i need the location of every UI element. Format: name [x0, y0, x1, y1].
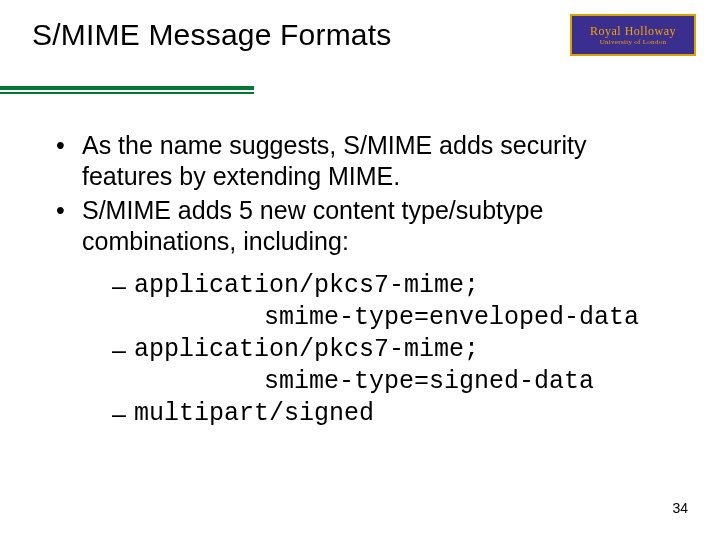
- sub-list: application/pkcs7-mime; smime-type=envel…: [82, 270, 670, 430]
- bullet-list: As the name suggests, S/MIME adds securi…: [54, 130, 670, 430]
- university-logo: Royal Holloway University of London: [570, 14, 696, 56]
- title-underline: [0, 86, 254, 94]
- slide-title: S/MIME Message Formats: [32, 18, 391, 52]
- bullet-item: S/MIME adds 5 new content type/subtype c…: [54, 195, 670, 430]
- code-line: application/pkcs7-mime;: [134, 335, 479, 364]
- code-line: application/pkcs7-mime;: [134, 271, 479, 300]
- code-line-cont: smime-type=signed-data: [134, 366, 670, 398]
- code-line-cont: smime-type=enveloped-data: [134, 302, 670, 334]
- logo-line-1: Royal Holloway: [590, 25, 676, 37]
- bullet-item: As the name suggests, S/MIME adds securi…: [54, 130, 670, 191]
- logo-line-2: University of London: [600, 39, 667, 46]
- sub-item: application/pkcs7-mime; smime-type=envel…: [112, 270, 670, 334]
- bullet-text: S/MIME adds 5 new content type/subtype c…: [82, 196, 543, 255]
- slide-body: As the name suggests, S/MIME adds securi…: [54, 130, 670, 434]
- code-line: multipart/signed: [134, 399, 374, 428]
- page-number: 34: [672, 500, 688, 516]
- sub-item: application/pkcs7-mime; smime-type=signe…: [112, 334, 670, 398]
- sub-item: multipart/signed: [112, 398, 670, 430]
- slide: S/MIME Message Formats Royal Holloway Un…: [0, 0, 720, 540]
